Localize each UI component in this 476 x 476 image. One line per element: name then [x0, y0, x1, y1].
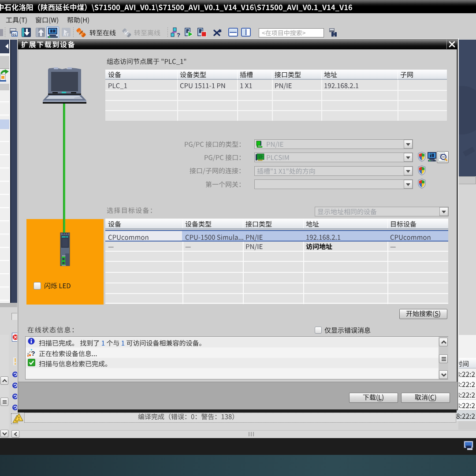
svg-text:?: ?: [177, 32, 180, 38]
svg-text:?: ?: [31, 350, 35, 357]
svg-text:RT: RT: [63, 33, 69, 37]
svg-text:01: 01: [13, 33, 17, 37]
